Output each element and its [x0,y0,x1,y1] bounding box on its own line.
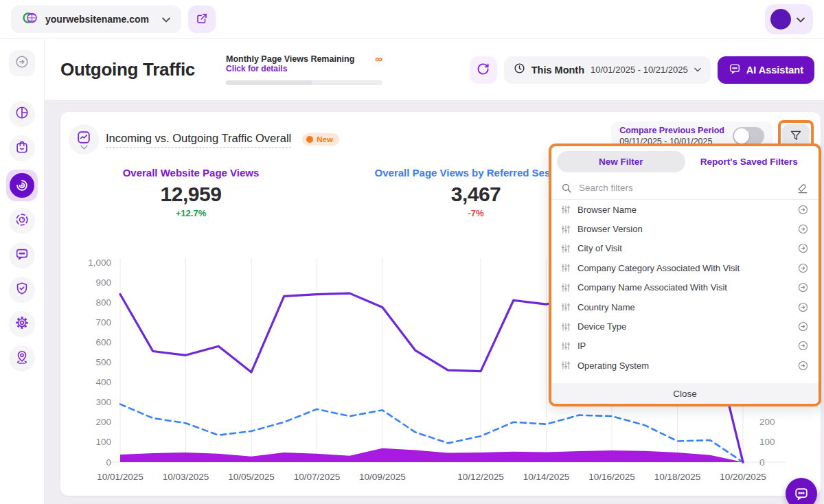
pie-chart-icon [14,105,30,123]
refresh-button[interactable] [470,56,497,84]
arrow-right-circle-icon [797,301,809,313]
stat-label: Overall Website Page Views [67,167,314,179]
page-header: Outgoing Traffic Monthly Page Views Rema… [45,39,824,101]
sidebar-item-shopping-bag[interactable] [9,135,35,161]
avatar [770,9,791,30]
search-icon [561,183,572,194]
ai-assistant-button[interactable]: AI Assistant [718,56,814,84]
chevron-down-icon [694,67,701,72]
svg-text:400: 400 [95,377,111,387]
chevron-down-icon [797,13,805,25]
sidebar [0,39,45,504]
sidebar-item-shield-check[interactable] [9,277,35,303]
shopping-bag-icon [14,139,30,157]
website-name: yourwebsitename.com [45,14,149,25]
svg-text:1,000: 1,000 [88,257,111,268]
clock-icon [514,62,525,77]
svg-text:700: 700 [95,317,111,328]
stat-value: 12,959 [67,183,314,206]
svg-text:10/01/2025: 10/01/2025 [97,472,144,482]
filter-panel: New FilterReport's Saved Filters Browser… [549,144,821,406]
website-selector[interactable]: yourwebsitename.com [11,5,181,33]
compare-label: Compare Previous Period [619,126,724,135]
page-title: Outgoing Traffic [60,59,195,80]
gear-icon [14,315,30,333]
arrow-right-circle-icon [797,282,809,293]
filter-item[interactable]: Company Name Associated With Visit [551,278,819,297]
filter-tab-saved[interactable]: Report's Saved Filters [685,151,814,172]
main-area: Incoming vs. Outgoing Traffic Overall Ne… [45,101,824,504]
sidebar-item-pie-chart[interactable] [9,101,35,127]
period-label: This Month [531,65,584,76]
filter-search-input[interactable] [579,183,790,193]
svg-text:10/07/2025: 10/07/2025 [294,472,341,482]
filter-item-label: Company Name Associated With Visit [577,282,727,293]
sidebar-item-capture-focus[interactable] [9,208,35,234]
metric-selector[interactable] [69,124,99,154]
sidebar-item-gear[interactable] [9,311,35,337]
user-menu[interactable] [765,4,813,34]
svg-text:10/18/2025: 10/18/2025 [654,472,701,482]
open-website-button[interactable] [188,5,216,33]
date-range-picker[interactable]: This Month 10/01/2025 - 10/21/2025 [504,56,711,84]
filter-item[interactable]: Browser Version [551,219,819,238]
sidebar-item-arrow-right-circle[interactable] [9,50,35,76]
sliders-icon [561,322,571,332]
stat-delta: +12.7% [67,208,314,218]
filter-item-label: Company Category Associated With Visit [577,263,740,273]
sidebar-item-chat-bubble[interactable] [9,242,35,268]
svg-text:100: 100 [759,437,775,447]
filter-item-label: Country Name [577,302,635,312]
capture-focus-icon [14,212,30,230]
filter-item[interactable]: IP [551,336,819,356]
svg-text:10/03/2025: 10/03/2025 [163,472,209,482]
svg-text:10/09/2025: 10/09/2025 [359,472,406,482]
orange-dot-icon [306,136,313,143]
quota-progress-bar [226,80,382,85]
support-chat-button[interactable] [786,478,817,504]
sliders-icon [561,360,571,370]
sliders-icon [561,302,571,312]
arrow-right-circle-icon [797,340,809,352]
filter-item[interactable]: Operating System [551,356,819,375]
filter-close-button[interactable]: Close [551,383,819,404]
svg-text:0: 0 [759,457,765,468]
filter-item[interactable]: City of Visit [551,239,819,258]
svg-text:10/16/2025: 10/16/2025 [588,472,635,482]
chat-bubble-icon [14,247,30,264]
funnel-icon [790,130,802,141]
filter-item-label: Browser Name [577,205,637,215]
sliders-icon [561,283,571,293]
filter-tab-new[interactable]: New Filter [557,151,685,172]
sidebar-item-radar-spiral[interactable] [6,170,38,201]
sidebar-item-location-pin[interactable] [9,345,35,371]
filter-item-label: Browser Version [577,224,643,234]
svg-text:800: 800 [95,297,111,308]
svg-text:200: 200 [95,417,111,427]
chevron-down-icon [80,145,88,150]
chevron-down-icon [162,13,170,25]
location-pin-icon [14,350,30,367]
filter-item[interactable]: Company Category Associated With Visit [551,258,819,277]
svg-text:100: 100 [95,437,111,447]
ai-assistant-label: AI Assistant [746,65,803,76]
filter-item[interactable]: Device Type [551,317,819,336]
eraser-icon[interactable] [797,183,809,194]
quota-label: Monthly Page Views Remaining [226,54,354,64]
filter-item-label: Operating System [577,360,649,371]
svg-text:10/20/2025: 10/20/2025 [720,472,766,482]
svg-text:10/12/2025: 10/12/2025 [457,472,504,482]
arrow-right-circle-icon [797,360,809,371]
sliders-icon [561,341,571,351]
website-globe-icon [22,10,38,29]
svg-text:200: 200 [759,417,775,427]
filter-item[interactable]: Country Name [551,297,819,317]
refresh-icon [477,62,490,78]
new-badge-label: New [317,135,333,144]
quota-details-link[interactable]: Click for details [226,64,354,73]
arrow-right-circle-icon [797,204,809,216]
filter-item[interactable]: Browser Name [551,200,819,219]
card-title[interactable]: Incoming vs. Outgoing Traffic Overall [106,132,291,148]
compare-toggle[interactable] [733,127,764,145]
external-link-icon [196,12,208,27]
